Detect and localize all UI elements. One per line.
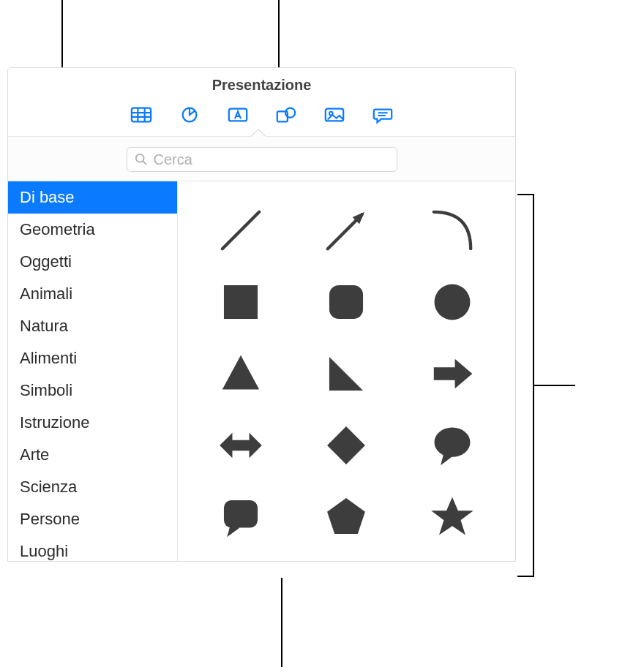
callout-line [517, 194, 533, 195]
shape-curve[interactable] [419, 201, 485, 260]
sidebar-item[interactable]: Simboli [8, 374, 177, 407]
svg-marker-30 [328, 498, 366, 534]
chat-square-icon [214, 491, 267, 543]
sidebar-item[interactable]: Luoghi [8, 535, 177, 561]
right-triangle-icon [320, 347, 372, 400]
popover-body: Di baseGeometriaOggettiAnimaliNaturaAlim… [8, 181, 515, 561]
line-icon [214, 204, 267, 257]
window-title: Presentazione [8, 68, 515, 99]
arrow-leftright-icon [214, 419, 267, 472]
category-sidebar: Di baseGeometriaOggettiAnimaliNaturaAlim… [8, 181, 178, 561]
arrow-line-icon [320, 204, 372, 257]
shape-button[interactable] [272, 104, 301, 126]
svg-marker-21 [222, 355, 259, 390]
shape-star[interactable] [419, 488, 485, 546]
rounded-square-icon [320, 276, 372, 328]
svg-marker-31 [431, 497, 473, 535]
speech-bubble-icon [426, 419, 479, 472]
table-icon [130, 105, 152, 124]
shape-arrow-line[interactable] [313, 201, 379, 260]
shape-icon [275, 105, 297, 124]
circle-icon [426, 276, 479, 328]
shape-speech-bubble[interactable] [419, 416, 485, 475]
sidebar-item[interactable]: Geometria [8, 214, 177, 246]
shape-arrow-right[interactable] [419, 344, 485, 403]
search-placeholder: Cerca [154, 151, 192, 168]
shape-rounded-square[interactable] [313, 273, 379, 331]
sidebar-item[interactable]: Di base [8, 181, 177, 214]
svg-point-13 [135, 154, 143, 162]
shape-triangle[interactable] [208, 344, 274, 403]
media-icon [323, 105, 345, 124]
sidebar-item[interactable]: Arte [8, 439, 177, 471]
sidebar-item[interactable]: Oggetti [8, 246, 177, 278]
callout-line [517, 576, 533, 577]
table-button[interactable] [127, 104, 156, 126]
shape-line[interactable] [208, 201, 274, 260]
shape-square[interactable] [208, 273, 274, 331]
search-input[interactable]: Cerca [127, 147, 397, 172]
sidebar-item[interactable]: Persone [8, 503, 177, 535]
svg-marker-29 [227, 526, 239, 538]
svg-line-15 [222, 212, 259, 249]
callout-line [533, 385, 575, 386]
sidebar-item[interactable]: Scienza [8, 471, 177, 503]
app-window: Presentazione [7, 67, 516, 562]
arrow-right-icon [426, 347, 479, 400]
svg-rect-0 [131, 108, 150, 122]
svg-marker-23 [434, 359, 473, 388]
shapes-popover: Cerca Di baseGeometriaOggettiAnimaliNatu… [8, 136, 515, 561]
svg-point-26 [434, 428, 470, 457]
callout-line [281, 578, 282, 667]
svg-rect-18 [224, 285, 258, 319]
curve-icon [426, 204, 479, 257]
square-icon [214, 276, 267, 328]
shape-pentagon[interactable] [313, 488, 379, 546]
svg-rect-28 [224, 500, 258, 527]
svg-marker-25 [328, 426, 366, 464]
shape-chat-square[interactable] [208, 488, 274, 546]
text-icon [227, 105, 249, 124]
shape-arrow-leftright[interactable] [208, 416, 274, 475]
shapes-grid [178, 181, 515, 561]
shape-diamond[interactable] [313, 416, 379, 475]
sidebar-item[interactable]: Natura [8, 310, 177, 342]
sidebar-item[interactable]: Alimenti [8, 342, 177, 374]
media-button[interactable] [320, 104, 349, 126]
sidebar-item[interactable]: Animali [8, 278, 177, 310]
search-icon [135, 153, 148, 166]
svg-marker-22 [329, 357, 363, 391]
svg-point-20 [434, 284, 470, 320]
search-bar: Cerca [8, 137, 515, 181]
comment-button[interactable] [368, 104, 397, 126]
pentagon-icon [320, 491, 372, 543]
shape-circle[interactable] [419, 273, 485, 331]
diamond-icon [320, 419, 372, 472]
chart-icon [179, 105, 201, 124]
svg-rect-19 [329, 285, 363, 319]
shape-right-triangle[interactable] [313, 344, 379, 403]
popover-arrow [251, 129, 266, 137]
svg-line-14 [143, 162, 146, 165]
sidebar-item[interactable]: Istruzione [8, 407, 177, 439]
star-icon [426, 491, 479, 543]
triangle-icon [214, 347, 267, 400]
chart-button[interactable] [175, 104, 204, 126]
text-button[interactable] [223, 104, 252, 126]
comment-icon [372, 105, 394, 124]
svg-marker-24 [220, 433, 262, 459]
